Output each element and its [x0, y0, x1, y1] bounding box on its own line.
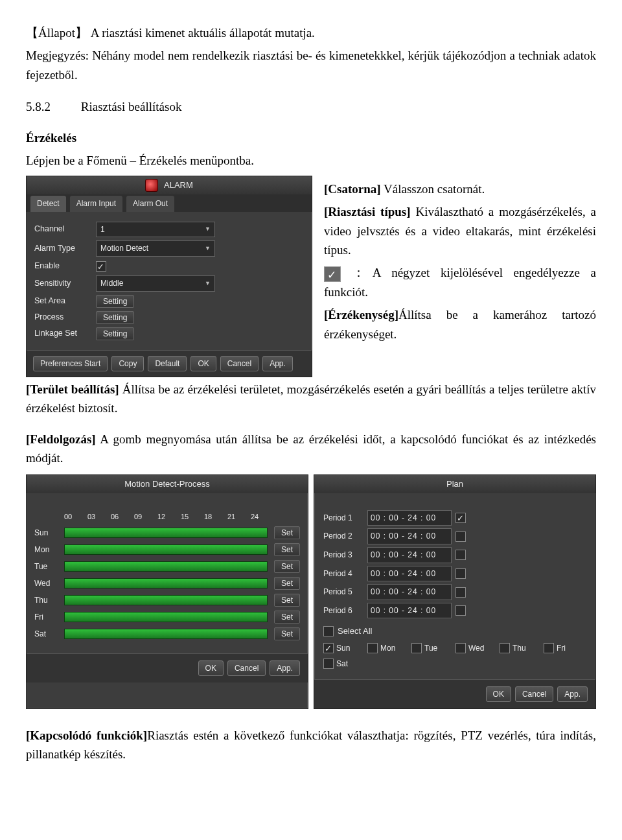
period-checkbox[interactable] — [455, 587, 466, 598]
period-row: Period 200 : 00 - 24 : 00 — [323, 528, 586, 544]
day-checkbox[interactable] — [367, 643, 378, 653]
default-button[interactable]: Default — [148, 356, 187, 371]
preferences-start-button[interactable]: Preferences Start — [33, 356, 108, 371]
period-checkbox[interactable] — [455, 531, 466, 542]
plan-title: Plan — [314, 475, 595, 493]
hour-label: 24 — [251, 511, 274, 522]
schedule-bar[interactable] — [64, 561, 268, 572]
day-name: Mon — [380, 642, 395, 655]
mdp-ok-button[interactable]: OK — [198, 660, 224, 676]
plan-day-item: Fri — [544, 642, 584, 655]
schedule-row: ThuSet — [34, 594, 300, 607]
tab-alarm-input[interactable]: Alarm Input — [70, 196, 122, 212]
label-sensitivity: Sensitivity — [34, 277, 96, 290]
schedule-bar[interactable] — [64, 612, 268, 622]
day-name: Thu — [513, 642, 526, 655]
motion-detect-title: Motion Detect-Process — [27, 475, 308, 493]
label-channel: Channel — [34, 223, 96, 235]
plan-ok-button[interactable]: OK — [486, 686, 511, 702]
process-button[interactable]: Setting — [96, 311, 134, 324]
day-name: Wed — [468, 642, 484, 655]
channel-select[interactable]: 1 ▼ — [96, 222, 215, 238]
day-checkbox[interactable] — [455, 643, 466, 653]
checkbox-icon — [324, 266, 341, 282]
period-checkbox[interactable] — [455, 568, 466, 579]
plan-panel: Plan Period 100 : 00 - 24 : 00Period 200… — [314, 474, 596, 709]
motion-detect-panel: Motion Detect-Process 00 03 06 09 12 15 … — [26, 474, 308, 709]
select-all-checkbox[interactable] — [323, 626, 334, 636]
day-checkbox[interactable] — [323, 643, 334, 653]
alarm-type-select[interactable]: Motion Detect ▼ — [96, 240, 215, 257]
sensitivity-select[interactable]: Middle ▼ — [96, 275, 215, 292]
section-number: 5.8.2 — [26, 97, 78, 116]
set-button[interactable]: Set — [274, 543, 300, 556]
period-time-field[interactable]: 00 : 00 - 24 : 00 — [367, 566, 452, 582]
schedule-bar[interactable] — [64, 595, 268, 605]
period-time-field[interactable]: 00 : 00 - 24 : 00 — [367, 584, 452, 600]
day-checkbox[interactable] — [500, 643, 510, 653]
set-button[interactable]: Set — [274, 594, 300, 607]
period-time-field[interactable]: 00 : 00 - 24 : 00 — [367, 547, 452, 563]
schedule-row: WedSet — [34, 577, 300, 590]
hour-label: 21 — [227, 511, 251, 522]
day-checkbox[interactable] — [411, 643, 422, 653]
schedule-bar[interactable] — [64, 528, 268, 538]
sensitivity-value: Middle — [100, 277, 123, 290]
period-time-field[interactable]: 00 : 00 - 24 : 00 — [367, 528, 452, 544]
day-checkbox[interactable] — [544, 643, 554, 653]
set-button[interactable]: Set — [274, 577, 300, 590]
period-time-field[interactable]: 00 : 00 - 24 : 00 — [367, 603, 452, 619]
alarm-panel: ALARM Detect Alarm Input Alarm Out Chann… — [26, 176, 312, 377]
set-button[interactable]: Set — [274, 611, 300, 624]
linkage-button[interactable]: Setting — [96, 327, 134, 340]
channel-desc-text: Válasszon csatornát. — [381, 182, 485, 196]
chevron-down-icon: ▼ — [205, 225, 211, 234]
schedule-row: MonSet — [34, 543, 300, 556]
label-linkage: Linkage Set — [34, 327, 96, 340]
chevron-down-icon: ▼ — [205, 279, 211, 288]
alarm-title-text: ALARM — [164, 180, 193, 190]
enable-checkbox[interactable] — [96, 261, 106, 272]
mdp-cancel-button[interactable]: Cancel — [227, 660, 266, 676]
period-checkbox[interactable] — [455, 605, 466, 616]
cancel-button[interactable]: Cancel — [220, 356, 259, 371]
day-checkbox[interactable] — [323, 659, 334, 669]
alarm-type-value: Motion Detect — [100, 242, 148, 255]
set-button[interactable]: Set — [274, 526, 300, 539]
period-label: Period 5 — [323, 586, 363, 598]
mdp-app-button[interactable]: App. — [270, 660, 300, 676]
period-label: Period 6 — [323, 605, 363, 617]
hour-label: 09 — [134, 511, 157, 522]
label-set-area: Set Area — [34, 295, 96, 307]
day-label: Wed — [34, 578, 64, 590]
app-button[interactable]: App. — [262, 356, 293, 371]
hour-label: 18 — [204, 511, 227, 522]
sense-instruction: Lépjen be a Főmenü – Érzékelés menüpontb… — [26, 151, 596, 170]
tab-alarm-out[interactable]: Alarm Out — [126, 196, 174, 212]
day-label: Sun — [34, 527, 64, 539]
linkage-desc-label: [Kapcsolódó funkciók] — [26, 729, 147, 742]
schedule-bar[interactable] — [64, 578, 268, 589]
period-row: Period 400 : 00 - 24 : 00 — [323, 566, 586, 582]
schedule-bar[interactable] — [64, 544, 268, 555]
period-checkbox[interactable] — [455, 513, 466, 523]
plan-app-button[interactable]: App. — [557, 686, 588, 702]
set-button[interactable]: Set — [274, 627, 300, 640]
hour-label: 12 — [157, 511, 181, 522]
set-button[interactable]: Set — [274, 560, 300, 573]
alarmtype-desc-label: [Riasztási típus] — [324, 205, 411, 218]
ok-button[interactable]: OK — [190, 356, 216, 371]
area-desc: [Terület beállítás] Állítsa be az érzéke… — [26, 380, 596, 418]
schedule-bar[interactable] — [64, 629, 268, 639]
period-checkbox[interactable] — [455, 550, 466, 560]
plan-cancel-button[interactable]: Cancel — [515, 686, 553, 702]
copy-button[interactable]: Copy — [111, 356, 144, 371]
period-time-field[interactable]: 00 : 00 - 24 : 00 — [367, 510, 452, 526]
period-label: Period 2 — [323, 530, 363, 542]
section-heading: 5.8.2 Riasztási beállítások — [26, 97, 596, 116]
status-label: 【Állapot】 — [26, 26, 87, 40]
hour-label: 06 — [111, 511, 134, 522]
tab-detect[interactable]: Detect — [30, 196, 66, 212]
checkbox-desc: ：A négyzet kijelölésével engedélyezze a … — [324, 263, 596, 301]
set-area-button[interactable]: Setting — [96, 295, 134, 308]
